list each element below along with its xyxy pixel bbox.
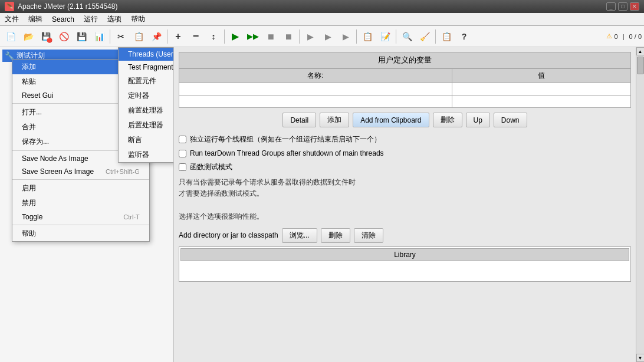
submenu-add: Threads (Users) ▶ Test Fragment ▶ 配置元件 ▶…: [118, 47, 174, 163]
ctx-toggle[interactable]: Toggle Ctrl-T: [12, 210, 149, 223]
submenu-assert-label: 断言: [128, 135, 142, 145]
tb-save[interactable]: 💾: [73, 28, 90, 45]
ctx-disable[interactable]: 禁用: [12, 196, 149, 210]
up-btn[interactable]: Up: [466, 113, 490, 127]
library-cell: [180, 262, 629, 280]
checkbox-1[interactable]: [179, 136, 186, 143]
tb-save-template[interactable]: 💾🔴: [38, 28, 54, 45]
submenu-post-proc[interactable]: 后置处理器 ▶: [119, 118, 174, 133]
left-panel: 🔧 测试计划 添加 ▶ 粘贴 Ctrl-V Reset Gui 打开... 合并: [0, 47, 174, 362]
classpath-row: Add directory or jar to classpath 浏览... …: [179, 225, 631, 246]
delete-btn[interactable]: 删除: [433, 113, 462, 127]
tb-help[interactable]: ?: [456, 28, 472, 45]
info-line-2: 才需要选择函数测试模式。: [179, 188, 631, 199]
right-panel: 用户定义的变量 名称: 值: [174, 47, 636, 362]
menu-search[interactable]: Search: [47, 14, 79, 25]
action-buttons: Detail 添加 Add from Clipboard 删除 Up Down: [179, 113, 631, 127]
var-empty-name-2: [179, 96, 452, 108]
add-clipboard-btn[interactable]: Add from Clipboard: [353, 113, 429, 127]
submenu-timer[interactable]: 定时器 ▶: [119, 88, 174, 103]
ctx-sep-3: [12, 179, 149, 180]
tb-export[interactable]: 📊: [91, 28, 107, 45]
menu-edit[interactable]: 编辑: [24, 13, 47, 25]
tb-stop-rec[interactable]: 🚫: [55, 28, 72, 45]
tb-remote-start[interactable]: ▶: [302, 28, 318, 45]
close-btn[interactable]: ✕: [630, 2, 639, 11]
menu-file[interactable]: 文件: [0, 13, 24, 25]
counter-sep: |: [623, 33, 625, 40]
submenu-threads-label: Threads (Users): [128, 50, 174, 58]
ctx-help[interactable]: 帮助: [12, 226, 149, 241]
tb-report[interactable]: 📋: [438, 28, 455, 45]
minimize-btn[interactable]: _: [606, 2, 616, 11]
warning-count: 0: [615, 33, 618, 40]
tb-new[interactable]: 📄: [2, 28, 19, 45]
browse-btn[interactable]: 浏览...: [282, 228, 317, 243]
submenu-pre-label: 前置处理器: [128, 106, 163, 116]
submenu-config-elem[interactable]: 配置元件 ▶: [119, 74, 174, 88]
counter: 0 / 0: [629, 33, 642, 40]
menu-run[interactable]: 运行: [79, 13, 103, 25]
tb-run-all[interactable]: ▶▶: [245, 28, 261, 45]
tb-remote-exit[interactable]: ▶: [337, 28, 354, 45]
window-controls: _ □ ✕: [606, 2, 639, 11]
tb-copy[interactable]: 📋: [130, 28, 147, 45]
tb-add[interactable]: +: [170, 28, 186, 45]
submenu-assert[interactable]: 断言 ▶: [119, 133, 174, 147]
var-col-name: 名称:: [179, 69, 452, 83]
ctx-enable[interactable]: 启用: [12, 181, 149, 196]
checkbox-3[interactable]: [179, 163, 186, 171]
maximize-btn[interactable]: □: [618, 2, 627, 11]
scroll-thumb[interactable]: [637, 57, 644, 74]
tb-remote-stop[interactable]: ▶: [320, 28, 336, 45]
ctx-save-screen-img[interactable]: Save Screen As Image Ctrl+Shift-G: [12, 165, 149, 178]
menu-bar: 文件 编辑 Search 运行 选项 帮助: [0, 13, 644, 26]
checkbox-1-label: 独立运行每个线程组（例如在一个组运行结束后启动下一个）: [190, 134, 381, 144]
tb-template2[interactable]: 📝: [377, 28, 393, 45]
submenu-config-label: 配置元件: [128, 76, 156, 86]
tb-template[interactable]: 📋: [359, 28, 376, 45]
scroll-up-arrow[interactable]: ▲: [636, 47, 645, 55]
toolbar-separator-5: [356, 29, 357, 44]
right-scrollbar[interactable]: ▲ ▼: [636, 47, 644, 362]
checkbox-2[interactable]: [179, 150, 186, 157]
down-btn[interactable]: Down: [494, 113, 527, 127]
classpath-clear-btn[interactable]: 清除: [354, 228, 383, 243]
tb-search[interactable]: 🔍: [399, 28, 415, 45]
submenu-listener[interactable]: 监听器 ▶: [119, 147, 174, 162]
tb-paste[interactable]: 📌: [148, 28, 165, 45]
checkbox-row-3: 函数测试模式: [179, 160, 631, 175]
var-table-title: 用户定义的变量: [179, 52, 631, 68]
submenu-post-label: 后置处理器: [128, 120, 163, 130]
tb-clear[interactable]: 🧹: [416, 28, 433, 45]
toolbar-separator-3: [224, 29, 225, 44]
menu-options[interactable]: 选项: [103, 13, 126, 25]
tb-toggle[interactable]: ↕: [205, 28, 222, 45]
classpath-delete-btn[interactable]: 删除: [321, 228, 350, 243]
var-empty-name: [179, 83, 452, 96]
submenu-threads-users[interactable]: Threads (Users) ▶: [119, 48, 174, 61]
submenu-timer-label: 定时器: [128, 91, 149, 101]
scroll-down-arrow[interactable]: ▼: [636, 354, 645, 362]
menu-help[interactable]: 帮助: [126, 13, 150, 25]
submenu-test-fragment-label: Test Fragment: [128, 63, 173, 71]
tb-stop[interactable]: ⏹: [262, 28, 279, 45]
ctx-paste-label: 粘贴: [22, 77, 36, 87]
tb-cut[interactable]: ✂: [113, 28, 129, 45]
submenu-test-fragment[interactable]: Test Fragment ▶: [119, 61, 174, 74]
ctx-save-screen-shortcut: Ctrl+Shift-G: [106, 168, 140, 175]
toolbar-separator-2: [167, 29, 167, 44]
submenu-pre-proc[interactable]: 前置处理器 ▶: [119, 103, 174, 118]
tb-run[interactable]: ▶: [227, 28, 244, 45]
tb-remove[interactable]: −: [188, 28, 204, 45]
checkbox-3-label: 函数测试模式: [190, 162, 232, 172]
ctx-save-screen-label: Save Screen As Image: [22, 167, 94, 176]
add-btn[interactable]: 添加: [320, 113, 349, 127]
tb-open[interactable]: 📂: [20, 28, 37, 45]
ctx-reset-label: Reset Gui: [22, 91, 53, 100]
tb-stop-now[interactable]: ⏹: [280, 28, 297, 45]
ctx-saveas-label: 保存为...: [22, 137, 49, 147]
toolbar: 📄 📂 💾🔴 🚫 💾 📊 ✂ 📋 📌 + − ↕ ▶ ▶▶ ⏹ ⏹ ▶ ▶ ▶ …: [0, 26, 644, 47]
checkbox-2-label: Run tearDown Thread Groups after shutdow…: [190, 149, 384, 157]
detail-btn[interactable]: Detail: [282, 113, 316, 127]
